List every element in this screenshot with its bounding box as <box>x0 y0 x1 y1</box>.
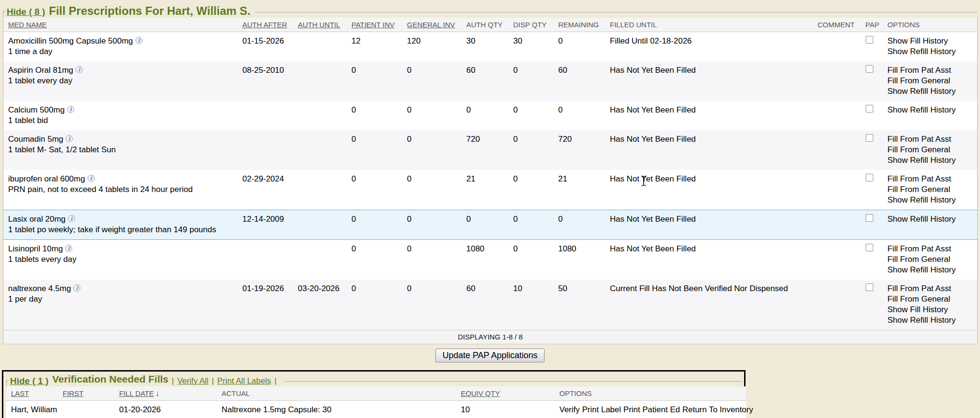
show-refill-history-link[interactable]: Show Refill History <box>888 265 975 275</box>
fill-from-general-link[interactable]: Fill From General <box>888 294 975 305</box>
verify-all-link[interactable]: Verify All <box>177 376 208 386</box>
column-header-med-name[interactable]: MED NAME <box>3 18 243 32</box>
print-label-link[interactable]: Print Label <box>582 405 621 414</box>
auth-qty-cell: 60 <box>467 280 513 330</box>
verification-needed-table: LASTFIRSTFILL DATE↓ACTUALEQUIV QTYOPTION… <box>6 386 746 418</box>
column-header-auth-after[interactable]: AUTH AFTER <box>243 18 298 32</box>
pap-checkbox[interactable] <box>866 214 873 222</box>
med-name-cell: Lisinopril 10mgi1 tablets every day <box>3 240 243 280</box>
general-inv-cell: 0 <box>407 61 467 101</box>
column-header-patient-inv[interactable]: PATIENT INV <box>352 18 407 32</box>
column-header-auth-until[interactable]: AUTH UNTIL <box>298 18 352 32</box>
verification-needed-highlight-box: Hide ( 1 ) Verification Needed Fills | V… <box>2 370 746 418</box>
verify-link[interactable]: Verify <box>559 405 580 414</box>
column-header-options: OPTIONS <box>559 386 746 401</box>
pap-checkbox[interactable] <box>866 174 873 181</box>
fill-from-pat-asst-link[interactable]: Fill From Pat Asst <box>888 244 975 254</box>
pap-checkbox[interactable] <box>866 244 873 251</box>
fill-from-general-link[interactable]: Fill From General <box>888 145 975 155</box>
pap-cell <box>866 170 888 210</box>
show-refill-history-link[interactable]: Show Refill History <box>888 315 975 326</box>
med-info-icon[interactable]: i <box>88 175 95 182</box>
column-header-general-inv[interactable]: GENERAL INV <box>407 18 467 32</box>
med-info-icon[interactable]: i <box>73 284 80 292</box>
column-label[interactable]: FIRST <box>63 389 83 397</box>
column-label[interactable]: PATIENT INV <box>352 21 395 29</box>
displaying-count: DISPLAYING 1-8 / 8 <box>3 330 978 344</box>
filled-until-cell: Current Fill Has Not Been Verified Nor D… <box>610 280 818 330</box>
print-all-labels-link[interactable]: Print All Labels <box>217 376 271 386</box>
legend-corner <box>6 380 9 386</box>
med-info-icon[interactable]: i <box>135 37 143 44</box>
med-info-icon[interactable]: i <box>67 106 74 113</box>
pap-checkbox[interactable] <box>866 134 873 142</box>
med-info-icon[interactable]: i <box>76 66 83 73</box>
fill-from-pat-asst-link[interactable]: Fill From Pat Asst <box>888 174 975 184</box>
patient-inv-cell: 0 <box>352 61 407 101</box>
auth-qty-cell: 21 <box>467 170 513 210</box>
column-label[interactable]: AUTH AFTER <box>243 21 287 29</box>
med-info-icon[interactable]: i <box>66 135 73 142</box>
hide-prescriptions-link[interactable]: Hide ( 8 ) <box>7 7 45 17</box>
auth-until-cell: 03-20-2026 <box>298 280 352 330</box>
med-info-icon[interactable]: i <box>65 245 72 252</box>
show-fill-history-link[interactable]: Show Fill History <box>888 305 975 315</box>
sort-desc-icon: ↓ <box>156 389 160 397</box>
column-label[interactable]: EQUIV QTY <box>461 389 500 397</box>
filled-until-cell: Has Not Yet Been Filled <box>610 210 818 240</box>
separator: | <box>274 376 276 386</box>
show-refill-history-link[interactable]: Show Refill History <box>888 155 975 166</box>
prescriptions-table-header: MED NAMEAUTH AFTERAUTH UNTILPATIENT INVG… <box>3 18 978 32</box>
column-label[interactable]: MED NAME <box>8 21 47 29</box>
show-refill-history-link[interactable]: Show Refill History <box>888 46 975 57</box>
show-refill-history-link[interactable]: Show Refill History <box>888 214 975 225</box>
med-name-cell: Aspirin Oral 81mgi1 tablet every day <box>3 61 243 101</box>
auth-after-cell: 08-25-2010 <box>243 61 298 101</box>
med-sig: 1 tablet M- Sat, 1/2 tablet Sun <box>8 145 240 155</box>
column-header-equiv-qty[interactable]: EQUIV QTY <box>461 386 559 401</box>
comment-cell <box>818 61 866 101</box>
verification-needed-title: Verification Needed Fills <box>52 373 168 385</box>
show-refill-history-link[interactable]: Show Refill History <box>888 86 975 97</box>
column-label[interactable]: LAST <box>11 389 29 397</box>
fill-from-pat-asst-link[interactable]: Fill From Pat Asst <box>888 283 975 294</box>
pap-checkbox[interactable] <box>866 36 873 44</box>
fill-from-general-link[interactable]: Fill From General <box>888 76 975 86</box>
header-row: MED NAMEAUTH AFTERAUTH UNTILPATIENT INVG… <box>3 18 978 32</box>
column-header-pap: PAP <box>866 18 888 32</box>
show-fill-history-link[interactable]: Show Fill History <box>888 36 975 46</box>
update-pap-applications-button[interactable]: Update PAP Applications <box>435 349 545 362</box>
med-name-cell: ibuprofen oral 600mgiPRN pain, not to ex… <box>3 170 243 210</box>
column-label[interactable]: AUTH UNTIL <box>298 21 340 29</box>
column-label[interactable]: GENERAL INV <box>407 21 455 29</box>
return-to-inventory-link[interactable]: Return To Inventory <box>682 405 753 414</box>
print-patient-ed-link[interactable]: Print Patient Ed <box>624 405 680 414</box>
fill-from-pat-asst-link[interactable]: Fill From Pat Asst <box>888 65 975 76</box>
column-header-fill-date[interactable]: FILL DATE↓ <box>119 386 222 401</box>
fill-from-pat-asst-link[interactable]: Fill From Pat Asst <box>888 134 975 145</box>
column-header-last[interactable]: LAST <box>6 386 63 401</box>
pap-checkbox[interactable] <box>866 283 873 291</box>
auth-after-cell: 01-19-2026 <box>243 280 298 330</box>
pap-checkbox[interactable] <box>866 105 873 113</box>
pap-checkbox[interactable] <box>866 65 873 73</box>
column-label[interactable]: FILL DATE <box>119 389 154 397</box>
column-header-first[interactable]: FIRST <box>63 386 119 401</box>
update-pap-row: Update PAP Applications <box>3 349 977 362</box>
fill-from-general-link[interactable]: Fill From General <box>888 254 975 265</box>
options-cell: Fill From Pat AsstFill From GeneralShow … <box>888 170 978 210</box>
fill-from-general-link[interactable]: Fill From General <box>888 184 975 195</box>
show-refill-history-link[interactable]: Show Refill History <box>888 195 975 205</box>
general-inv-cell: 0 <box>407 101 467 130</box>
med-info-icon[interactable]: i <box>68 215 75 222</box>
filled-until-cell: Filled Until 02-18-2026 <box>610 32 818 62</box>
show-refill-history-link[interactable]: Show Refill History <box>888 105 975 115</box>
disp-qty-cell: 0 <box>513 210 558 240</box>
disp-qty-cell: 0 <box>513 240 558 280</box>
prescription-row-aspirin-oral-81mg: Aspirin Oral 81mgi1 tablet every day08-2… <box>3 61 978 101</box>
remaining-cell: 0 <box>558 32 610 62</box>
prescription-row-coumadin-5mg: Coumadin 5mgi1 tablet M- Sat, 1/2 tablet… <box>3 130 978 170</box>
patient-inv-cell: 0 <box>352 280 407 330</box>
hide-verification-needed-link[interactable]: Hide ( 1 ) <box>10 376 48 386</box>
options-cell: VerifyPrint LabelPrint Patient EdReturn … <box>559 401 746 418</box>
